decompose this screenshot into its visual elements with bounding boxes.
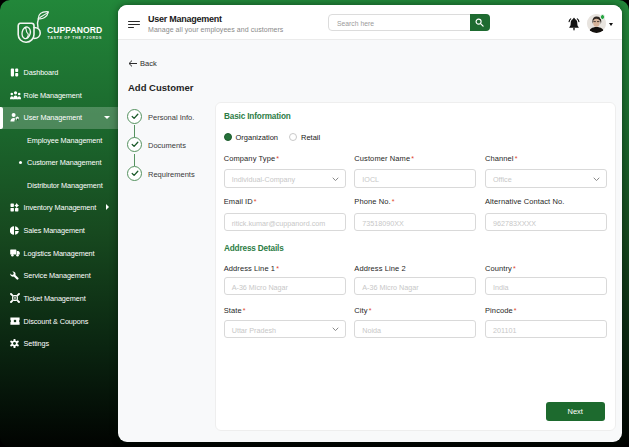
svg-text:CUPPANORD: CUPPANORD <box>47 25 102 35</box>
svg-text:TASTE OF THE FJORDS: TASTE OF THE FJORDS <box>48 36 103 40</box>
